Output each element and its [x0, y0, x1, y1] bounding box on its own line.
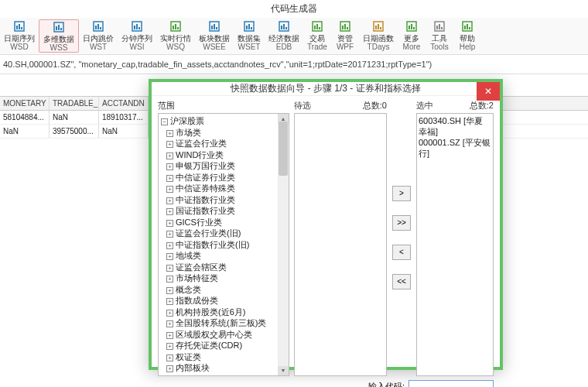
tree-node[interactable]: +中信证券行业类	[159, 172, 289, 183]
ribbon-icon	[310, 19, 324, 33]
ribbon-label: 实时行情	[160, 34, 191, 43]
tree-root[interactable]: −沪深股票	[159, 115, 289, 127]
range-tree[interactable]: −沪深股票+市场类+证监会行业类+WIND行业类+申银万国行业类+中信证券行业类…	[158, 113, 289, 376]
svg-rect-2	[19, 24, 20, 29]
tree-scrollbar[interactable]: ▲ ▼	[278, 114, 289, 375]
ribbon-icon	[460, 19, 474, 33]
svg-rect-46	[411, 24, 412, 29]
ribbon-code: More	[403, 43, 421, 51]
move-right-button[interactable]: >	[392, 186, 411, 201]
ribbon-code: WSEE	[203, 43, 225, 51]
col-header[interactable]: TRADABLE_F	[50, 97, 99, 110]
pending-label: 待选	[294, 100, 311, 111]
ribbon-wst[interactable]: 日内跳价WST	[79, 19, 118, 53]
ribbon-code: WST	[90, 43, 107, 51]
tree-node[interactable]: +证监会行业类	[159, 138, 289, 149]
scroll-thumb[interactable]	[279, 122, 288, 176]
svg-rect-10	[97, 24, 99, 29]
svg-rect-5	[56, 26, 57, 30]
ribbon-wset[interactable]: 数据集WSET	[234, 19, 265, 53]
ribbon-code: Help	[460, 43, 476, 51]
ribbon-label: 多维数据	[43, 35, 74, 43]
list-item[interactable]: 600340.SH [华夏幸福]	[419, 115, 491, 137]
scroll-down-icon[interactable]: ▼	[278, 366, 289, 375]
svg-rect-26	[248, 24, 250, 29]
tree-node[interactable]: +中信证券特殊类	[159, 183, 289, 194]
svg-rect-47	[413, 27, 415, 29]
tree-node[interactable]: +市场特征类	[159, 272, 289, 284]
ribbon-more[interactable]: 更多More	[398, 19, 426, 53]
selected-list[interactable]: 600340.SH [华夏幸福]000001.SZ [平安银行]	[416, 113, 494, 376]
tree-node[interactable]: +市场类	[159, 127, 289, 139]
svg-rect-37	[342, 26, 344, 29]
ribbon-wsee[interactable]: 板块数据WSEE	[195, 19, 234, 53]
ribbon-wpf[interactable]: 资管WPF	[331, 19, 359, 53]
pending-count: 总数:0	[363, 100, 387, 111]
ribbon-tdays[interactable]: 日期函数TDays	[359, 19, 398, 53]
selected-label: 选中	[416, 100, 433, 111]
tree-node[interactable]: +证监会辖区类	[159, 262, 289, 273]
ribbon-help[interactable]: 帮助Help	[453, 19, 481, 53]
tree-node[interactable]: +权证类	[159, 351, 289, 363]
move-all-right-button[interactable]: >>	[392, 215, 411, 231]
tree-node[interactable]: +全国股转系统(新三板)类	[159, 317, 289, 329]
col-header[interactable]: ACCTANDN	[99, 97, 149, 110]
ribbon-code: Trade	[307, 43, 327, 51]
tree-node[interactable]: +中证指数行业类(旧)	[159, 239, 289, 251]
formula-bar: 40.SH,000001.SZ", "monetary_cap,tradable…	[0, 55, 588, 74]
ribbon-label: 帮助	[460, 34, 475, 43]
ribbon-icon	[130, 19, 144, 33]
tree-node[interactable]: +申银万国行业类	[159, 160, 289, 172]
tree-node[interactable]: +证监会行业类(旧)	[159, 228, 289, 239]
svg-rect-31	[285, 27, 287, 29]
ribbon-trade[interactable]: 交易Trade	[303, 19, 331, 53]
selected-count: 总数:2	[470, 100, 494, 111]
tree-node[interactable]: +概念类	[159, 284, 289, 296]
ribbon-edb[interactable]: 经济数据EDB	[265, 19, 303, 53]
ribbon-wsq[interactable]: 实时行情WSQ	[156, 19, 195, 53]
tree-node[interactable]: +国证指数行业类	[159, 205, 289, 217]
svg-rect-11	[100, 27, 101, 29]
tree-node[interactable]: +WIND行业类	[159, 149, 289, 161]
list-item[interactable]: 000001.SZ [平安银行]	[419, 137, 491, 159]
ribbon-tools[interactable]: 工具Tools	[426, 19, 453, 53]
close-button[interactable]: ✕	[477, 82, 500, 101]
ribbon-label: 板块数据	[199, 34, 230, 43]
svg-rect-49	[436, 26, 438, 29]
ribbon-label: 经济数据	[268, 34, 299, 43]
ribbon-label: 日期函数	[363, 34, 394, 43]
svg-rect-41	[375, 26, 377, 29]
tree-node[interactable]: +内部板块	[159, 362, 289, 374]
tree-node[interactable]: +指数成份类	[159, 295, 289, 307]
ribbon-icon	[277, 19, 291, 33]
svg-rect-15	[138, 27, 140, 29]
svg-rect-21	[211, 26, 213, 29]
ribbon-icon	[432, 19, 446, 33]
move-all-left-button[interactable]: <<	[392, 274, 411, 289]
app-title: 代码生成器	[0, 0, 588, 18]
col-header[interactable]: MONETARY	[0, 97, 50, 110]
ribbon-wss[interactable]: 多维数据WSS	[39, 19, 79, 53]
code-input[interactable]	[409, 380, 494, 388]
svg-rect-50	[439, 24, 440, 29]
ribbon-label: 资管	[337, 34, 353, 43]
tree-node[interactable]: +存托凭证类(CDR)	[159, 340, 289, 351]
svg-rect-18	[175, 24, 176, 29]
pending-list[interactable]	[294, 113, 387, 376]
tree-node[interactable]: +地域类	[159, 250, 289, 262]
tree-node[interactable]: +GICS行业类	[159, 217, 289, 228]
ribbon-label: 日内跳价	[83, 34, 114, 43]
svg-rect-17	[173, 26, 174, 29]
move-left-button[interactable]: <	[392, 245, 411, 260]
ribbon-wsd[interactable]: 日期序列WSD	[0, 19, 39, 53]
ribbon-wsi[interactable]: 分钟序列WSI	[118, 19, 156, 53]
tree-node[interactable]: +中证指数行业类	[159, 194, 289, 206]
svg-rect-1	[16, 26, 18, 29]
tree-node[interactable]: +机构持股类(近6月)	[159, 307, 289, 318]
ribbon-label: 日期序列	[4, 34, 35, 43]
svg-rect-53	[464, 26, 466, 29]
ribbon-icon	[12, 19, 26, 33]
tree-node[interactable]: +区域股权交易中心类	[159, 329, 289, 341]
cell: 18910317...	[99, 111, 149, 124]
svg-rect-39	[347, 27, 348, 29]
